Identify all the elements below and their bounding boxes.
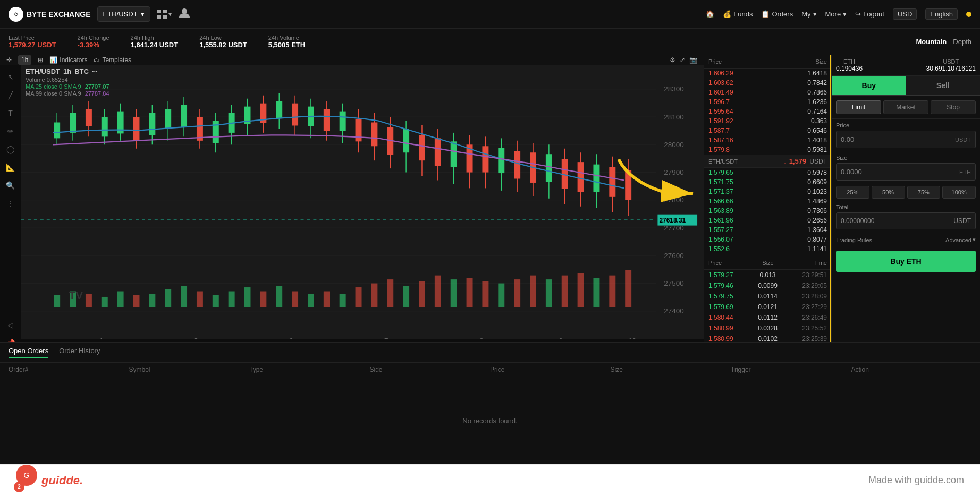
bid-row[interactable]: 1,563.890.7306 <box>704 206 831 216</box>
chart-info: ETH/USDT 1h BTC ··· Volume 0.65254 MA 25… <box>26 67 109 97</box>
svg-rect-131 <box>593 278 599 307</box>
svg-rect-116 <box>356 287 362 307</box>
pair-selector[interactable]: ETH/USDT ▾ <box>97 6 150 22</box>
svg-text:27618.31: 27618.31 <box>659 217 686 224</box>
grid-icon[interactable]: ▾ <box>157 9 172 20</box>
total-group: Total 0.00000000 USDT <box>832 201 980 233</box>
logo: ◇ BYTE EXCHANGE <box>9 7 91 22</box>
bid-row[interactable]: 1,552.61.1141 <box>704 244 831 254</box>
user-avatar-icon <box>178 7 191 20</box>
limit-tab[interactable]: Limit <box>836 100 881 114</box>
indicators-btn[interactable]: 📊 Indicators <box>49 56 87 64</box>
chart-section: ✛ 1h ⊞ 📊 Indicators 🗂 Templates ⚙ ⤢ 📷 <box>0 55 704 342</box>
order-form-tabs: Buy Sell <box>832 76 980 96</box>
currency-selector[interactable]: USD <box>893 8 917 20</box>
price-input-value: 0.00 <box>841 135 854 143</box>
svg-rect-92 <box>593 165 599 192</box>
tool-text[interactable]: T <box>3 106 18 121</box>
col-symbol: Symbol <box>129 366 250 373</box>
indicators-icon: 📊 <box>49 56 57 64</box>
settings-icon[interactable]: ⚙ <box>670 56 675 64</box>
bid-row[interactable]: 1,557.271.3604 <box>704 225 831 235</box>
orders-table-content: No records found. <box>0 377 980 464</box>
tool-more[interactable]: ⋮ <box>3 196 18 211</box>
tool-pin[interactable]: 📌 <box>3 336 18 342</box>
ask-row[interactable]: 1,591.920.363 <box>704 116 831 126</box>
svg-rect-127 <box>530 276 536 307</box>
price-unit: USDT <box>955 136 971 143</box>
tool-collapse[interactable]: ◁ <box>3 318 18 332</box>
bid-row[interactable]: 1,566.661.4869 <box>704 196 831 206</box>
market-tab[interactable]: Market <box>883 100 928 114</box>
indicators-label: Indicators <box>60 56 87 64</box>
language-selector[interactable]: English <box>925 8 958 20</box>
total-input[interactable]: 0.00000000 USDT <box>836 212 976 229</box>
bid-row[interactable]: 1,571.370.1023 <box>704 187 831 196</box>
tool-brush[interactable]: ✏ <box>3 124 18 139</box>
size-field-label: Size <box>836 155 976 161</box>
tab-order-history[interactable]: Order History <box>59 347 100 358</box>
buy-eth-button[interactable]: Buy ETH <box>836 251 976 272</box>
ma25-row: MA 25 close 0 SMA 9 27707.07 <box>26 83 109 90</box>
fullscreen-icon[interactable]: ⤢ <box>680 56 685 64</box>
bid-price: 1,579.65 <box>708 169 733 176</box>
pct-25-btn[interactable]: 25% <box>836 186 869 199</box>
camera-icon[interactable]: 📷 <box>689 56 697 64</box>
crosshair-tool[interactable]: ✛ <box>6 56 12 64</box>
tab-open-orders[interactable]: Open Orders <box>9 347 48 358</box>
ask-row[interactable]: 1,601.490.7866 <box>704 88 831 97</box>
pct-75-btn[interactable]: 75% <box>907 186 941 199</box>
templates-btn[interactable]: 🗂 Templates <box>94 56 131 64</box>
volume-text-label: Volume <box>26 76 47 83</box>
pct-100-btn[interactable]: 100% <box>942 186 976 199</box>
low-label: 24h Low <box>199 35 247 41</box>
tool-zoom[interactable]: 🔍 <box>3 178 18 193</box>
svg-rect-123 <box>467 278 473 307</box>
ask-row[interactable]: 1,606.291.6418 <box>704 69 831 78</box>
nav-orders[interactable]: 📋 Orders <box>761 10 793 18</box>
nav-more[interactable]: More ▾ <box>825 10 847 18</box>
nav-funds[interactable]: 💰 Funds <box>723 10 753 18</box>
tool-shapes[interactable]: ◯ <box>3 142 18 157</box>
bid-row[interactable]: 1,571.750.6609 <box>704 177 831 187</box>
price-input[interactable]: 0.00 USDT <box>836 131 976 148</box>
notification-dot[interactable] <box>966 12 971 17</box>
bar-type-icon[interactable]: ⊞ <box>38 56 43 64</box>
svg-rect-106 <box>197 292 203 307</box>
user-icon[interactable] <box>178 7 191 21</box>
tool-line[interactable]: ╱ <box>3 88 18 102</box>
ask-row[interactable]: 1,587.161.4018 <box>704 135 831 145</box>
ask-size: 1.6236 <box>807 98 827 106</box>
size-input[interactable]: 0.0000 ETH <box>836 163 976 181</box>
time-1h[interactable]: 1h <box>18 55 31 65</box>
pct-50-btn[interactable]: 50% <box>872 186 905 199</box>
ask-row[interactable]: 1,595.640.7164 <box>704 107 831 116</box>
logo-icon: ◇ <box>9 7 23 22</box>
tab-depth[interactable]: Depth <box>953 38 971 46</box>
nav-home[interactable]: 🏠 <box>706 10 714 18</box>
svg-text:27500: 27500 <box>664 279 683 287</box>
tool-cursor[interactable]: ↖ <box>3 70 18 84</box>
bid-row[interactable]: 1,561.960.2656 <box>704 216 831 225</box>
apps-icon <box>157 9 167 20</box>
svg-rect-70 <box>419 135 425 160</box>
sell-tab[interactable]: Sell <box>906 76 981 96</box>
tool-measure[interactable]: 📐 <box>3 160 18 175</box>
ask-row[interactable]: 1,596.71.6236 <box>704 97 831 107</box>
svg-rect-107 <box>213 295 219 307</box>
trades-size-header: Size <box>762 260 773 266</box>
ask-row[interactable]: 1,587.70.6546 <box>704 126 831 135</box>
currency-label: USD <box>898 10 912 18</box>
advanced-link[interactable]: Advanced ▾ <box>945 236 976 243</box>
nav-logout[interactable]: ↪ Logout <box>855 10 884 18</box>
tab-mountain[interactable]: Mountain <box>916 38 947 46</box>
buy-tab[interactable]: Buy <box>832 76 906 96</box>
ask-row[interactable]: 1,579.80.5981 <box>704 145 831 155</box>
bid-row[interactable]: 1,579.650.5978 <box>704 168 831 177</box>
nav-my[interactable]: My ▾ <box>801 10 816 18</box>
nav-left: ◇ BYTE EXCHANGE ETH/USDT ▾ ▾ <box>9 6 191 22</box>
ask-row[interactable]: 1,603.620.7842 <box>704 78 831 88</box>
svg-rect-36 <box>149 113 155 135</box>
stop-tab[interactable]: Stop <box>931 100 976 114</box>
bid-row[interactable]: 1,556.070.8077 <box>704 235 831 244</box>
